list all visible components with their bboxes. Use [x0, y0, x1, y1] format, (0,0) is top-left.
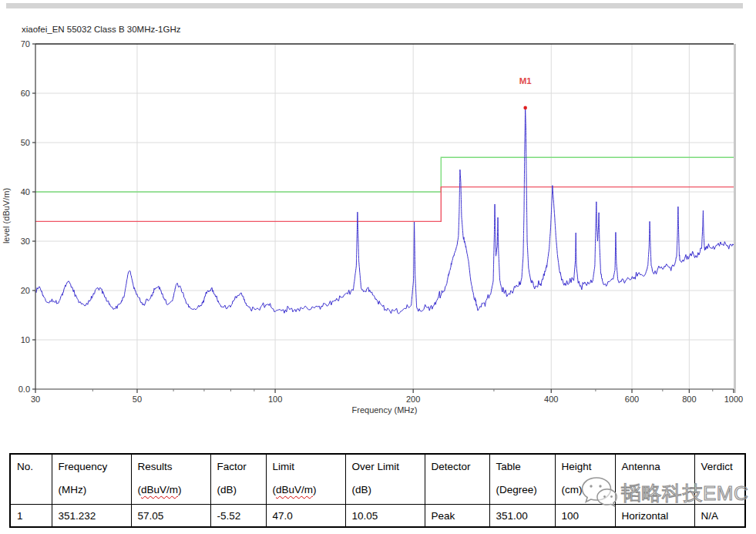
marker-label: M1: [519, 76, 533, 86]
x-axis-label: Frequency (MHz): [35, 405, 734, 415]
x-tick-label: 800: [682, 395, 696, 404]
table-cell: 1: [10, 505, 52, 528]
table-cell: 351.232: [52, 505, 131, 528]
marker-dot: [523, 106, 527, 110]
chart-title: xiaofei_EN 55032 Class B 30MHz-1GHz: [22, 25, 180, 34]
table-header-cell: Results(dBuV/m): [131, 454, 210, 505]
table-header-cell: Limit(dBuV/m): [266, 454, 345, 505]
table-header-cell: Factor(dB): [210, 454, 266, 505]
table-header-row: No. Frequency(MHz)Results(dBuV/m)Factor(…: [10, 454, 745, 505]
table-cell: 10.05: [345, 505, 425, 528]
table-header-cell: Frequency(MHz): [52, 454, 131, 505]
table-header-cell: Table(Degree): [489, 454, 555, 505]
table-header-cell: Over Limit(dB): [345, 454, 425, 505]
x-tick-label: 200: [406, 395, 420, 404]
table-row: 1351.23257.05-5.5247.010.05Peak351.00100…: [10, 505, 745, 528]
results-table-wrap: No. Frequency(MHz)Results(dBuV/m)Factor(…: [9, 453, 744, 528]
y-tick-label: 20: [21, 286, 30, 295]
results-table: No. Frequency(MHz)Results(dBuV/m)Factor(…: [9, 453, 746, 528]
emission-chart: xiaofei_EN 55032 Class B 30MHz-1GHz 0.01…: [0, 0, 756, 432]
x-tick-label: 1000: [724, 395, 743, 404]
y-tick-label: 10: [21, 335, 30, 344]
x-tick-label: 30: [31, 395, 40, 404]
x-tick-label: 50: [133, 395, 142, 404]
y-tick-label: 60: [21, 89, 30, 98]
table-cell: 57.05: [131, 505, 210, 528]
emc-report-page: { "window": { "top_bar_color": "#d4d4d4"…: [0, 0, 756, 534]
y-tick-label: 70: [21, 39, 30, 49]
table-cell: 100: [555, 505, 615, 528]
y-tick-label: 0.0: [18, 385, 30, 394]
measurement-trace: [35, 108, 734, 314]
table-header-cell: No.: [10, 454, 52, 505]
y-tick-label: 30: [21, 237, 30, 246]
table-header-cell: Verdict: [694, 454, 745, 505]
table-header-cell: Antenna: [615, 454, 694, 505]
x-tick-label: 600: [625, 395, 639, 404]
x-tick-label: 400: [544, 395, 558, 404]
y-tick-label: 50: [21, 138, 30, 147]
table-header-cell: Height(cm): [555, 454, 615, 505]
table-cell: N/A: [694, 505, 745, 528]
table-cell: Peak: [425, 505, 489, 528]
table-header-cell: Detector: [425, 454, 489, 505]
x-tick-label: 100: [268, 395, 282, 404]
chart-canvas: 0.01020304050607030501002004006008001000…: [0, 0, 756, 432]
table-cell: Horizontal: [615, 505, 694, 528]
table-cell: 47.0: [266, 505, 345, 528]
table-cell: -5.52: [210, 505, 266, 528]
y-axis-label: level (dBuV/m): [2, 116, 11, 316]
y-tick-label: 40: [21, 187, 30, 196]
table-cell: 351.00: [489, 505, 555, 528]
